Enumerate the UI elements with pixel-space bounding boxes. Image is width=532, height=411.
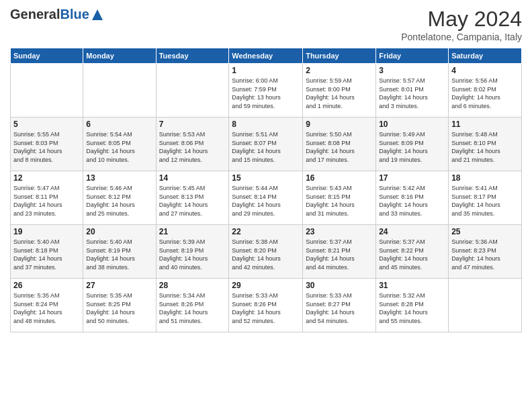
month-title: May 2024 xyxy=(401,7,522,32)
day-info: Sunrise: 5:34 AM Sunset: 8:26 PM Dayligh… xyxy=(159,291,226,325)
day-info: Sunrise: 5:40 AM Sunset: 8:19 PM Dayligh… xyxy=(86,238,152,271)
day-number: 6 xyxy=(86,120,152,129)
day-number: 15 xyxy=(232,173,300,183)
day-info: Sunrise: 5:39 AM Sunset: 8:19 PM Dayligh… xyxy=(159,238,226,271)
table-row: 30Sunrise: 5:33 AM Sunset: 8:27 PM Dayli… xyxy=(303,279,376,332)
day-info: Sunrise: 5:35 AM Sunset: 8:24 PM Dayligh… xyxy=(13,291,80,325)
day-number: 5 xyxy=(13,120,80,129)
location: Pontelatone, Campania, Italy xyxy=(401,32,522,42)
table-row: 28Sunrise: 5:34 AM Sunset: 8:26 PM Dayli… xyxy=(156,279,229,332)
day-info: Sunrise: 5:57 AM Sunset: 8:01 PM Dayligh… xyxy=(379,77,445,110)
day-number: 1 xyxy=(232,66,300,75)
table-row: 25Sunrise: 5:36 AM Sunset: 8:23 PM Dayli… xyxy=(449,225,522,279)
day-info: Sunrise: 5:33 AM Sunset: 8:27 PM Dayligh… xyxy=(306,291,373,325)
logo-general-text: General xyxy=(10,7,60,21)
table-row: 12Sunrise: 5:47 AM Sunset: 8:11 PM Dayli… xyxy=(11,171,83,225)
table-row: 29Sunrise: 5:33 AM Sunset: 8:26 PM Dayli… xyxy=(229,279,303,332)
day-info: Sunrise: 5:49 AM Sunset: 8:09 PM Dayligh… xyxy=(379,130,445,164)
table-row: 19Sunrise: 5:40 AM Sunset: 8:18 PM Dayli… xyxy=(11,225,83,279)
table-row: 18Sunrise: 5:41 AM Sunset: 8:17 PM Dayli… xyxy=(449,171,522,225)
col-thursday: Thursday xyxy=(303,48,376,64)
day-number: 7 xyxy=(159,120,226,129)
table-row: 16Sunrise: 5:43 AM Sunset: 8:15 PM Dayli… xyxy=(303,171,376,225)
day-number: 4 xyxy=(451,66,519,75)
day-number: 24 xyxy=(379,227,445,236)
table-row: 14Sunrise: 5:45 AM Sunset: 8:13 PM Dayli… xyxy=(156,171,229,225)
day-info: Sunrise: 5:41 AM Sunset: 8:17 PM Dayligh… xyxy=(451,184,519,218)
table-row: 3Sunrise: 5:57 AM Sunset: 8:01 PM Daylig… xyxy=(376,64,449,118)
day-info: Sunrise: 5:53 AM Sunset: 8:06 PM Dayligh… xyxy=(159,130,226,164)
table-row: 13Sunrise: 5:46 AM Sunset: 8:12 PM Dayli… xyxy=(83,171,156,225)
day-info: Sunrise: 5:42 AM Sunset: 8:16 PM Dayligh… xyxy=(379,184,445,218)
day-info: Sunrise: 5:37 AM Sunset: 8:21 PM Dayligh… xyxy=(306,238,373,271)
day-number: 30 xyxy=(306,281,373,290)
day-number: 8 xyxy=(232,120,300,129)
day-info: Sunrise: 5:51 AM Sunset: 8:07 PM Dayligh… xyxy=(232,130,300,164)
table-row: 2Sunrise: 5:59 AM Sunset: 8:00 PM Daylig… xyxy=(303,64,376,118)
page: GeneralBlue May 2024 Pontelatone, Campan… xyxy=(0,0,532,411)
day-info: Sunrise: 5:48 AM Sunset: 8:10 PM Dayligh… xyxy=(451,130,519,164)
table-row: 1Sunrise: 6:00 AM Sunset: 7:59 PM Daylig… xyxy=(229,64,303,118)
day-info: Sunrise: 5:36 AM Sunset: 8:23 PM Dayligh… xyxy=(451,238,519,271)
day-number: 28 xyxy=(159,281,226,290)
header: GeneralBlue May 2024 Pontelatone, Campan… xyxy=(10,7,522,42)
table-row: 31Sunrise: 5:32 AM Sunset: 8:28 PM Dayli… xyxy=(376,279,449,332)
col-monday: Monday xyxy=(83,48,156,64)
logo-icon xyxy=(91,8,104,21)
table-row: 22Sunrise: 5:38 AM Sunset: 8:20 PM Dayli… xyxy=(229,225,303,279)
table-row xyxy=(449,279,522,332)
table-row: 7Sunrise: 5:53 AM Sunset: 8:06 PM Daylig… xyxy=(156,118,229,171)
day-info: Sunrise: 5:46 AM Sunset: 8:12 PM Dayligh… xyxy=(86,184,152,218)
table-row: 26Sunrise: 5:35 AM Sunset: 8:24 PM Dayli… xyxy=(11,279,83,332)
week-row-2: 12Sunrise: 5:47 AM Sunset: 8:11 PM Dayli… xyxy=(11,171,522,225)
day-number: 2 xyxy=(306,66,373,75)
day-number: 16 xyxy=(306,173,373,183)
week-row-4: 26Sunrise: 5:35 AM Sunset: 8:24 PM Dayli… xyxy=(11,279,522,332)
day-info: Sunrise: 5:33 AM Sunset: 8:26 PM Dayligh… xyxy=(232,291,300,325)
day-info: Sunrise: 5:47 AM Sunset: 8:11 PM Dayligh… xyxy=(13,184,80,218)
table-row: 17Sunrise: 5:42 AM Sunset: 8:16 PM Dayli… xyxy=(376,171,449,225)
col-tuesday: Tuesday xyxy=(156,48,229,64)
table-row: 8Sunrise: 5:51 AM Sunset: 8:07 PM Daylig… xyxy=(229,118,303,171)
day-info: Sunrise: 5:50 AM Sunset: 8:08 PM Dayligh… xyxy=(306,130,373,164)
week-row-0: 1Sunrise: 6:00 AM Sunset: 7:59 PM Daylig… xyxy=(11,64,522,118)
day-info: Sunrise: 5:32 AM Sunset: 8:28 PM Dayligh… xyxy=(379,291,445,325)
day-number: 19 xyxy=(13,227,80,236)
day-number: 12 xyxy=(13,173,80,183)
day-number: 14 xyxy=(159,173,226,183)
day-info: Sunrise: 5:44 AM Sunset: 8:14 PM Dayligh… xyxy=(232,184,300,218)
day-info: Sunrise: 5:54 AM Sunset: 8:05 PM Dayligh… xyxy=(86,130,152,164)
day-number: 22 xyxy=(232,227,300,236)
col-sunday: Sunday xyxy=(11,48,83,64)
day-info: Sunrise: 5:38 AM Sunset: 8:20 PM Dayligh… xyxy=(232,238,300,271)
table-row: 4Sunrise: 5:56 AM Sunset: 8:02 PM Daylig… xyxy=(449,64,522,118)
calendar: Sunday Monday Tuesday Wednesday Thursday… xyxy=(10,48,522,332)
table-row: 23Sunrise: 5:37 AM Sunset: 8:21 PM Dayli… xyxy=(303,225,376,279)
day-number: 25 xyxy=(451,227,519,236)
day-number: 31 xyxy=(379,281,445,290)
table-row xyxy=(83,64,156,118)
day-number: 18 xyxy=(451,173,519,183)
table-row: 11Sunrise: 5:48 AM Sunset: 8:10 PM Dayli… xyxy=(449,118,522,171)
table-row: 21Sunrise: 5:39 AM Sunset: 8:19 PM Dayli… xyxy=(156,225,229,279)
col-friday: Friday xyxy=(376,48,449,64)
table-row: 5Sunrise: 5:55 AM Sunset: 8:03 PM Daylig… xyxy=(11,118,83,171)
col-saturday: Saturday xyxy=(449,48,522,64)
table-row xyxy=(156,64,229,118)
week-row-3: 19Sunrise: 5:40 AM Sunset: 8:18 PM Dayli… xyxy=(11,225,522,279)
day-number: 26 xyxy=(13,281,80,290)
day-number: 20 xyxy=(86,227,152,236)
day-number: 9 xyxy=(306,120,373,129)
day-info: Sunrise: 5:56 AM Sunset: 8:02 PM Dayligh… xyxy=(451,77,519,110)
day-info: Sunrise: 5:55 AM Sunset: 8:03 PM Dayligh… xyxy=(13,130,80,164)
day-number: 29 xyxy=(232,281,300,290)
calendar-header-row: Sunday Monday Tuesday Wednesday Thursday… xyxy=(11,48,522,64)
table-row: 10Sunrise: 5:49 AM Sunset: 8:09 PM Dayli… xyxy=(376,118,449,171)
title-area: May 2024 Pontelatone, Campania, Italy xyxy=(401,7,522,42)
table-row xyxy=(11,64,83,118)
day-info: Sunrise: 5:40 AM Sunset: 8:18 PM Dayligh… xyxy=(13,238,80,271)
table-row: 15Sunrise: 5:44 AM Sunset: 8:14 PM Dayli… xyxy=(229,171,303,225)
logo-blue-text: Blue xyxy=(60,7,89,21)
day-info: Sunrise: 5:59 AM Sunset: 8:00 PM Dayligh… xyxy=(306,77,373,110)
svg-marker-0 xyxy=(92,9,103,20)
